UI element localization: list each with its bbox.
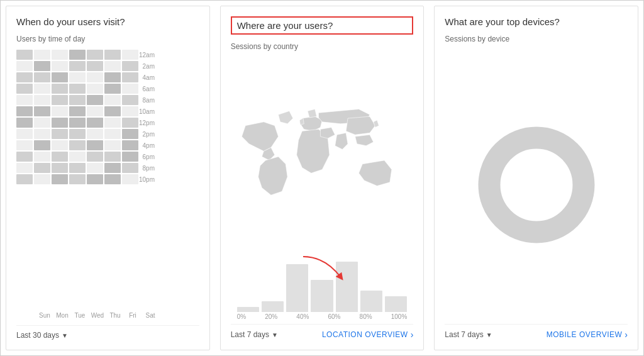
bar [311, 280, 333, 312]
heatmap-cell [87, 72, 103, 82]
heatmap-cell [34, 61, 50, 71]
heatmap-cell [34, 95, 50, 105]
heatmap-cell [87, 84, 103, 94]
heatmap-cell [52, 129, 68, 139]
panel3-subtitle: Sessions by device [445, 35, 628, 43]
panel2-link-container[interactable]: LOCATION OVERVIEW › [322, 330, 413, 340]
bar [262, 301, 284, 312]
heatmap-cell [52, 72, 68, 82]
heatmap-row: 2pm [16, 129, 199, 139]
heatmap-cell [16, 129, 33, 139]
panel3-link-container[interactable]: MOBILE OVERVIEW › [547, 330, 628, 340]
heatmap-cell [52, 118, 68, 128]
heatmap-grid: 12am2am4am6am8am10am12pm2pm4pm6pm8pm10pm [16, 50, 199, 309]
heatmap-cells [16, 152, 138, 162]
heatmap-cell [69, 163, 86, 173]
panel2-chevron-icon: › [411, 330, 414, 340]
svg-point-1 [489, 138, 584, 232]
heatmap-cells [16, 72, 138, 82]
heatmap-cell [87, 106, 103, 116]
panel2-dropdown-icon[interactable]: ▼ [272, 331, 278, 338]
heatmap-cell [122, 174, 138, 184]
heatmap-cell [34, 174, 50, 184]
heatmap-cell [16, 163, 33, 173]
heatmap-row: 8am [16, 95, 199, 105]
heatmap-cell [69, 140, 86, 150]
day-label: Thu [107, 312, 123, 319]
location-overview-link[interactable]: LOCATION OVERVIEW [322, 330, 408, 339]
panel3-dropdown-icon[interactable]: ▼ [486, 331, 492, 338]
bar [237, 307, 259, 312]
mobile-overview-link[interactable]: MOBILE OVERVIEW [547, 330, 623, 339]
day-label: Fri [125, 312, 141, 319]
heatmap-cell [87, 129, 103, 139]
heatmap-cell [34, 106, 50, 116]
panel1-subtitle: Users by time of day [16, 35, 199, 43]
bar-axis-label: 20% [265, 313, 277, 320]
heatmap-cell [104, 50, 121, 60]
heatmap-cell [34, 118, 50, 128]
heatmap-cell [69, 152, 86, 162]
panel1-dropdown-icon[interactable]: ▼ [62, 332, 68, 339]
heatmap-cell [34, 50, 50, 60]
heatmap-cell [69, 61, 86, 71]
heatmap-cells [16, 163, 138, 173]
time-label: 6am [138, 86, 158, 92]
heatmap-cells [16, 106, 138, 116]
heatmap-cell [87, 118, 103, 128]
heatmap-cell [16, 95, 33, 105]
heatmap-cells [16, 61, 138, 71]
panel2-period[interactable]: Last 7 days ▼ [231, 330, 278, 339]
bar-axis-label: 80% [360, 313, 372, 320]
heatmap-row: 12am [16, 50, 199, 60]
day-label: Wed [89, 312, 106, 319]
panel-devices: What are your top devices? Sessions by d… [434, 6, 638, 350]
heatmap-cell [34, 163, 50, 173]
day-label: Mon [54, 312, 70, 319]
bar-chart [231, 262, 414, 312]
panel-location: Where are your users? Sessions by countr… [220, 6, 425, 350]
panel2-period-text: Last 7 days [231, 330, 269, 339]
heatmap-cell [69, 174, 86, 184]
time-label: 2pm [138, 131, 158, 138]
heatmap-row: 10am [16, 106, 199, 116]
panel1-header: When do your users visit? [16, 16, 199, 27]
heatmap-cells [16, 140, 138, 150]
panel1-period[interactable]: Last 30 days ▼ [16, 331, 68, 340]
heatmap-cell [122, 118, 138, 128]
heatmap-cell [34, 140, 50, 150]
heatmap-cell [87, 95, 103, 105]
bar-axis-label: 60% [328, 313, 340, 320]
bar-axis: 0%20%40%60%80%100% [231, 313, 414, 320]
time-label: 6pm [138, 153, 158, 160]
heatmap-cell [52, 84, 68, 94]
map-container: 0%20%40%60%80%100% [231, 57, 414, 320]
heatmap-cell [16, 174, 33, 184]
heatmap-row: 6pm [16, 152, 199, 162]
heatmap-cell [34, 129, 50, 139]
panel-visit-time: When do your users visit? Users by time … [6, 6, 210, 350]
dashboard: When do your users visit? Users by time … [1, 1, 643, 355]
panel1-period-text: Last 30 days [16, 331, 59, 340]
panel3-period-text: Last 7 days [445, 330, 483, 339]
heatmap-cells [16, 84, 138, 94]
day-label: Sat [142, 312, 158, 319]
heatmap-cell [34, 84, 50, 94]
heatmap-cell [104, 152, 121, 162]
heatmap-row: 2am [16, 61, 199, 71]
heatmap-cell [122, 61, 138, 71]
heatmap-cells [16, 50, 138, 60]
heatmap-cell [122, 50, 138, 60]
heatmap-cell [69, 72, 86, 82]
heatmap-cell [104, 163, 121, 173]
heatmap-cell [52, 163, 68, 173]
heatmap-cell [16, 152, 33, 162]
heatmap-cell [69, 106, 86, 116]
heatmap-cell [87, 61, 103, 71]
time-label: 2am [138, 63, 158, 70]
heatmap-row: 4am [16, 72, 199, 82]
panel3-period[interactable]: Last 7 days ▼ [445, 330, 492, 339]
panel3-footer: Last 7 days ▼ MOBILE OVERVIEW › [445, 324, 628, 340]
bar-axis-label: 100% [391, 313, 408, 320]
heatmap-cell [69, 84, 86, 94]
